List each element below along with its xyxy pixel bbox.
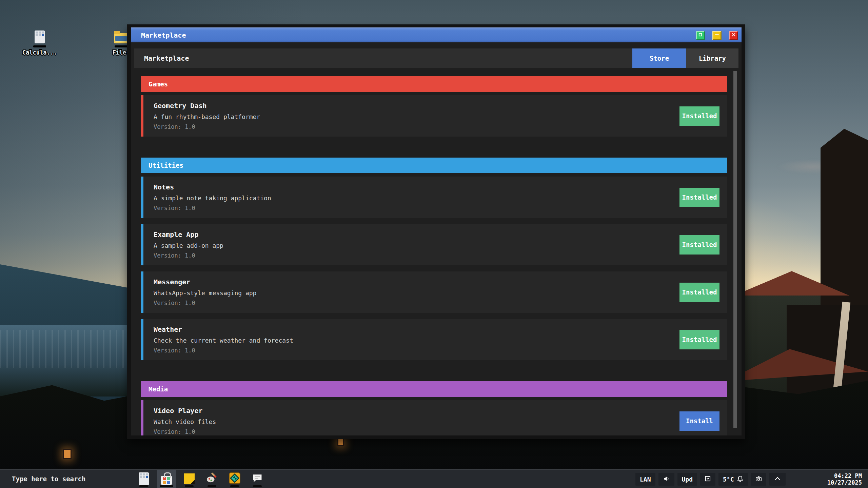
section-banner-games: Games bbox=[141, 76, 727, 92]
app-info: Weather Check the current weather and fo… bbox=[154, 325, 293, 354]
taskbar-app-marketplace[interactable] bbox=[157, 470, 176, 488]
tray-network[interactable]: LAN bbox=[635, 473, 655, 486]
app-title: Notes bbox=[154, 183, 271, 191]
tab-library[interactable]: Library bbox=[686, 48, 738, 68]
wallpaper-lantern bbox=[63, 449, 72, 459]
app-card-example-app: Example App A sample add-on app Version:… bbox=[141, 224, 727, 265]
taskbar-app-geometry-dash[interactable] bbox=[225, 470, 244, 488]
app-card-messenger: Messenger WhatsApp-style messaging app V… bbox=[141, 271, 727, 313]
tray-volume[interactable] bbox=[658, 473, 674, 486]
installed-button-weather[interactable]: Installed bbox=[679, 330, 719, 349]
marketplace-window: Marketplace Marketplace Store Library Ga… bbox=[127, 24, 745, 439]
taskbar: Type here to search LANUpd5°C 04:22 PM 1… bbox=[0, 469, 868, 488]
tray-label: Upd bbox=[682, 476, 693, 483]
app-description: Check the current weather and forecast bbox=[154, 337, 293, 344]
app-version: Version: 1.0 bbox=[154, 252, 223, 259]
section-banner-utilities: Utilities bbox=[141, 158, 727, 173]
app-title: Messenger bbox=[154, 278, 256, 286]
app-info: Notes A simple note taking application V… bbox=[154, 183, 271, 211]
installed-button-notes[interactable]: Installed bbox=[679, 188, 719, 207]
marketplace-header: Marketplace Store Library bbox=[134, 48, 738, 68]
app-version: Version: 1.0 bbox=[154, 123, 260, 130]
app-description: A sample add-on app bbox=[154, 242, 223, 249]
running-indicator bbox=[139, 485, 148, 487]
app-description: WhatsApp-style messaging app bbox=[154, 289, 256, 297]
window-body: Marketplace Store Library Games Geometry… bbox=[131, 42, 742, 435]
app-version: Version: 1.0 bbox=[154, 347, 293, 354]
app-title: Geometry Dash bbox=[154, 102, 260, 110]
marketplace-icon bbox=[161, 476, 172, 485]
search-input[interactable]: Type here to search bbox=[12, 470, 124, 488]
messenger-icon bbox=[252, 473, 263, 485]
window-titlebar[interactable]: Marketplace bbox=[131, 27, 742, 42]
close-icon bbox=[731, 32, 736, 39]
caret-up-icon bbox=[774, 475, 781, 484]
taskbar-app-messenger[interactable] bbox=[248, 470, 267, 488]
files-icon bbox=[114, 33, 128, 43]
taskbar-app-notes[interactable] bbox=[180, 470, 199, 488]
installed-button-messenger[interactable]: Installed bbox=[679, 283, 719, 302]
app-version: Version: 1.0 bbox=[154, 205, 271, 211]
app-title: Example App bbox=[154, 230, 223, 239]
wallpaper-lantern bbox=[337, 438, 344, 446]
app-sections: Games Geometry Dash A fun rhythm-based p… bbox=[141, 76, 727, 435]
calculator-icon bbox=[35, 30, 45, 43]
running-indicator bbox=[230, 485, 239, 487]
package-icon bbox=[705, 475, 711, 483]
tray-overflow[interactable] bbox=[769, 473, 786, 486]
app-title: Video Player bbox=[154, 407, 216, 415]
minimize-icon bbox=[714, 32, 719, 39]
clock-time: 04:22 PM bbox=[827, 472, 862, 479]
maximize-button[interactable] bbox=[696, 31, 705, 40]
running-indicator bbox=[253, 485, 262, 487]
app-version: Version: 1.0 bbox=[154, 300, 256, 306]
running-indicator bbox=[160, 485, 173, 487]
taskbar-apps bbox=[134, 470, 271, 488]
app-card-notes: Notes A simple note taking application V… bbox=[141, 177, 727, 218]
tray-label: 5°C bbox=[723, 476, 734, 483]
tab-store[interactable]: Store bbox=[632, 48, 686, 68]
notes-icon bbox=[184, 473, 195, 484]
running-indicator bbox=[208, 485, 216, 487]
bell-icon bbox=[737, 475, 744, 483]
speaker-icon bbox=[663, 475, 670, 484]
clock-date: 10/27/2025 bbox=[827, 479, 862, 486]
app-info: Messenger WhatsApp-style messaging app V… bbox=[154, 278, 256, 306]
window-controls bbox=[696, 31, 738, 40]
app-info: Example App A sample add-on app Version:… bbox=[154, 230, 223, 259]
tray-package[interactable] bbox=[700, 473, 715, 486]
tray-label: LAN bbox=[640, 476, 651, 483]
section-banner-media: Media bbox=[141, 381, 727, 397]
installed-button-example-app[interactable]: Installed bbox=[679, 235, 719, 255]
taskbar-clock[interactable]: 04:22 PM 10/27/2025 bbox=[827, 472, 862, 486]
desktop-icon-calculator[interactable]: Calcula... bbox=[19, 29, 60, 56]
paint-icon bbox=[206, 472, 218, 485]
system-tray: LANUpd5°C bbox=[635, 473, 786, 486]
taskbar-app-calculator[interactable] bbox=[134, 470, 153, 488]
vertical-scrollbar[interactable] bbox=[733, 71, 737, 428]
tray-updates[interactable]: Upd bbox=[677, 473, 697, 486]
window-title: Marketplace bbox=[131, 31, 186, 39]
install-button-video-player[interactable]: Install bbox=[679, 411, 719, 431]
installed-button-geometry-dash[interactable]: Installed bbox=[679, 106, 719, 126]
close-button[interactable] bbox=[729, 31, 738, 40]
desktop-icon-label: Calcula... bbox=[19, 49, 60, 56]
taskbar-app-paint[interactable] bbox=[202, 470, 221, 488]
app-description: A simple note taking application bbox=[154, 195, 271, 202]
icon-shadow bbox=[115, 45, 127, 47]
maximize-icon bbox=[698, 32, 703, 39]
app-info: Video Player Watch video files Version: … bbox=[154, 407, 216, 435]
camera-icon bbox=[755, 475, 762, 483]
app-title: Weather bbox=[154, 325, 293, 333]
app-card-geometry-dash: Geometry Dash A fun rhythm-based platfor… bbox=[141, 95, 727, 137]
minimize-button[interactable] bbox=[712, 31, 722, 40]
tray-screenshot[interactable] bbox=[751, 473, 766, 486]
app-card-video-player: Video Player Watch video files Version: … bbox=[141, 400, 727, 435]
app-card-weather: Weather Check the current weather and fo… bbox=[141, 319, 727, 360]
app-description: A fun rhythm-based platformer bbox=[154, 113, 260, 120]
tray-weather[interactable]: 5°C bbox=[718, 473, 748, 486]
app-version: Version: 1.0 bbox=[154, 428, 216, 435]
app-description: Watch video files bbox=[154, 418, 216, 425]
app-info: Geometry Dash A fun rhythm-based platfor… bbox=[154, 102, 260, 130]
icon-shadow bbox=[33, 45, 46, 47]
